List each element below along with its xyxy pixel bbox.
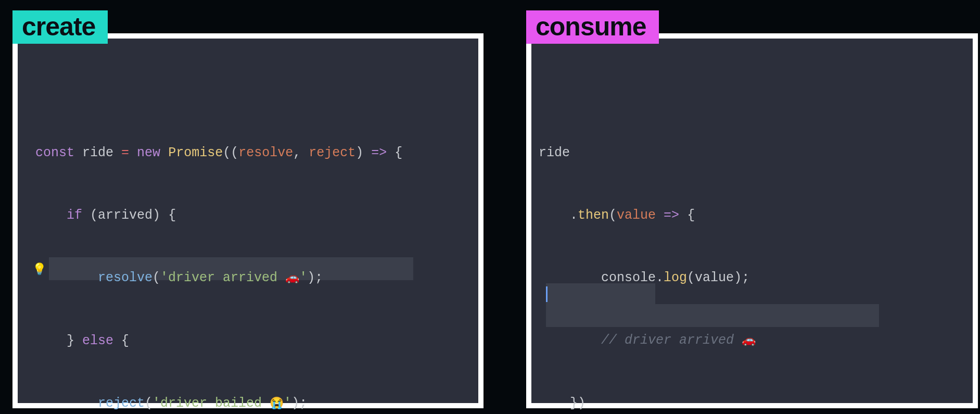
code-line: const ride = new Promise((resolve, rejec… bbox=[35, 137, 402, 169]
code-line: ride bbox=[539, 137, 756, 169]
create-panel: create 💡 const ride = new Promise((resol… bbox=[12, 33, 483, 408]
code-line: reject('driver bailed 😭'); bbox=[35, 388, 402, 414]
car-icon: 🚗 bbox=[285, 272, 299, 285]
code-line: } else { bbox=[35, 325, 402, 357]
consume-tab: consume bbox=[526, 10, 659, 44]
consume-panel: consume ride .then(value => { console.lo… bbox=[526, 33, 978, 408]
code-line: resolve('driver arrived 🚗'); bbox=[35, 262, 402, 294]
code-line: console.log(value); bbox=[539, 262, 756, 294]
cry-icon: 😭 bbox=[270, 397, 284, 410]
create-tab: create bbox=[12, 10, 108, 44]
code-line: .then(value => { bbox=[539, 200, 756, 231]
consume-tab-label: consume bbox=[536, 12, 646, 41]
car-icon: 🚗 bbox=[742, 334, 756, 347]
create-code-block: const ride = new Promise((resolve, rejec… bbox=[35, 106, 402, 414]
create-tab-label: create bbox=[22, 12, 95, 41]
code-line: }) bbox=[539, 388, 756, 414]
consume-code-block: ride .then(value => { console.log(value)… bbox=[539, 106, 756, 414]
code-line: if (arrived) { bbox=[35, 200, 402, 231]
code-line: // driver arrived 🚗 bbox=[539, 325, 756, 357]
